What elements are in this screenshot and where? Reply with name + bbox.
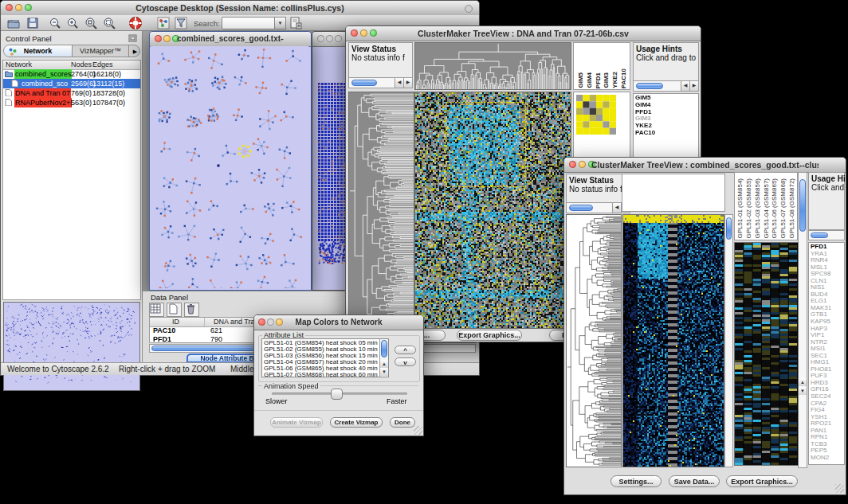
settings-button[interactable]: Settings... (610, 475, 662, 487)
annotation-icon[interactable] (289, 16, 303, 30)
delete-attribute-button[interactable] (184, 303, 199, 317)
heatmap-global[interactable] (622, 214, 724, 467)
close-button[interactable] (6, 4, 13, 11)
close-button[interactable] (317, 35, 324, 42)
heatmap-vscrollbar[interactable] (724, 214, 733, 467)
move-down-button[interactable]: v (395, 357, 416, 366)
table-mode-button[interactable] (149, 303, 164, 317)
view-status-scrollbar[interactable]: ◀ ▶ (566, 202, 630, 213)
zoom-fit-icon[interactable] (102, 17, 116, 29)
row-dendrogram[interactable] (566, 214, 622, 467)
network-name: combined_sco (21, 79, 69, 88)
status-hint-zoom: Right-click + drag to ZOOM (119, 363, 215, 375)
dense-network-grid[interactable] (316, 81, 348, 264)
scrollbar-thumb[interactable] (726, 217, 732, 240)
scroll-right-icon[interactable]: ▶ (403, 78, 412, 88)
gene-label[interactable]: MON2 (811, 455, 844, 462)
trash-icon (185, 303, 197, 315)
save-data-button[interactable]: Save Data... (669, 475, 720, 487)
scrollbar-thumb[interactable] (636, 83, 663, 89)
usage-hints-title: Usage Hi (811, 174, 846, 183)
gene-label[interactable]: PAC10 (635, 130, 698, 137)
col-id[interactable]: ID (172, 318, 179, 326)
export-graphics-button[interactable]: Export Graphics... (457, 330, 522, 341)
scroll-right-icon[interactable]: ▶ (689, 81, 698, 91)
view-status-scrollbar[interactable]: ◀ ▶ (348, 77, 413, 88)
close-button[interactable] (155, 35, 162, 42)
resize-handle[interactable] (835, 484, 844, 493)
col-nodes[interactable]: Nodes (71, 61, 92, 69)
view-status-title: View Status (351, 45, 396, 53)
zoom-in-icon[interactable] (66, 17, 79, 29)
scroll-left-icon[interactable]: ◀ (395, 78, 403, 88)
scroll-left-icon[interactable]: ◀ (681, 81, 689, 91)
open-folder-icon[interactable] (7, 17, 20, 29)
window-title: Cytoscape Desktop (Session Name: collins… (28, 3, 452, 13)
minimize-button[interactable] (15, 4, 22, 11)
attribute-list-item[interactable]: GPL51-07 (GSM868) heat shock 60 min (264, 372, 379, 377)
scrollbar-thumb[interactable] (569, 205, 593, 211)
main-title-bar[interactable]: Cytoscape Desktop (Session Name: collins… (1, 1, 479, 16)
toolbar-pill-button[interactable] (465, 5, 473, 13)
birdseye-overview[interactable] (3, 302, 140, 391)
float-panel-icon[interactable] (128, 34, 137, 42)
col-network[interactable]: Network (6, 61, 32, 69)
tab-network[interactable]: Network (4, 45, 73, 57)
network-table: Network Nodes Edges combined_scores 2764… (2, 60, 141, 300)
tab-vizmapper[interactable]: VizMapper™ (73, 45, 128, 57)
create-vizmap-button[interactable]: Create Vizmap (330, 417, 383, 428)
minimize-button[interactable] (163, 35, 171, 42)
network-row[interactable]: DNA and Tran 07 769(0) 183728(0) (3, 88, 140, 98)
minimize-button[interactable] (326, 35, 333, 42)
col-edges[interactable]: Edges (92, 61, 113, 69)
scrollbar-thumb[interactable] (811, 232, 828, 238)
minimize-button[interactable] (579, 161, 586, 168)
help-lifering-icon[interactable] (128, 16, 143, 30)
zoom-button[interactable] (335, 35, 342, 42)
network-canvas[interactable] (151, 46, 308, 288)
resize-handle[interactable] (414, 426, 422, 435)
filter-funnel-icon[interactable] (175, 17, 187, 29)
network-name: DNA and Tran 07 (14, 88, 71, 98)
network-row[interactable]: combined_scores 2764(0) 16218(0) (3, 69, 140, 79)
animate-vizmap-button[interactable]: Animate Vizmap (270, 417, 323, 428)
treeview-window-combined: ClusterMaker TreeView : combined_scores_… (563, 157, 846, 495)
scrollbar-thumb[interactable] (381, 340, 387, 357)
export-graphics-button[interactable]: Export Graphics... (726, 475, 798, 487)
vizmapper-icon[interactable] (157, 17, 170, 29)
scrollbar-thumb[interactable] (799, 179, 806, 232)
save-icon[interactable] (26, 17, 39, 29)
minimize-button[interactable] (360, 29, 367, 37)
usage-hints-panel: Usage Hints Click and drag to ◀ ▶ (633, 42, 699, 92)
row-dendrogram[interactable] (348, 92, 414, 329)
new-attribute-button[interactable] (167, 303, 182, 317)
scrollbar-thumb[interactable] (351, 80, 377, 86)
done-button[interactable]: Done (390, 417, 415, 428)
search-input[interactable] (222, 17, 276, 29)
heatmap-zoom[interactable] (734, 242, 799, 466)
scroll-left-icon[interactable]: ◀ (612, 203, 621, 213)
control-panel: Control Panel Network VizMapper™ ▶ Netwo… (1, 31, 143, 362)
column-dendrogram-area[interactable] (622, 174, 725, 212)
speed-slider-thumb[interactable] (331, 389, 343, 400)
column-label: GIM3 (603, 72, 611, 88)
move-up-button[interactable]: ^ (395, 346, 416, 354)
usage-hints-scrollbar[interactable]: ◀ ▶ (633, 80, 699, 92)
attribute-list-vscrollbar[interactable]: ▲ ▼ (379, 339, 388, 377)
heatmap-main[interactable] (414, 92, 571, 329)
usage-hints-scrollbar[interactable] (808, 230, 845, 240)
search-dropdown-button[interactable]: ▼ (274, 17, 286, 29)
minimize-button[interactable] (267, 318, 274, 326)
labels-vscrollbar[interactable]: ▲ ▼ (798, 172, 807, 468)
close-button[interactable] (258, 318, 265, 326)
summary-heatmap[interactable] (576, 95, 616, 135)
attribute-listbox[interactable]: GPL51-01 (GSM854) heat shock 05 minGPL51… (261, 338, 389, 377)
network-row-selected[interactable]: combined_sco 2569(6) 13112(15) (3, 79, 140, 88)
network-row[interactable]: RNAPuberNov2+| 563(0) 107847(0) (3, 98, 140, 107)
zoom-selected-icon[interactable] (84, 17, 98, 29)
zoom-out-icon[interactable] (49, 17, 61, 29)
close-button[interactable] (569, 161, 576, 168)
close-button[interactable] (351, 29, 358, 37)
column-dendrogram[interactable] (414, 42, 571, 90)
tab-overflow-button[interactable]: ▶ (128, 45, 140, 57)
